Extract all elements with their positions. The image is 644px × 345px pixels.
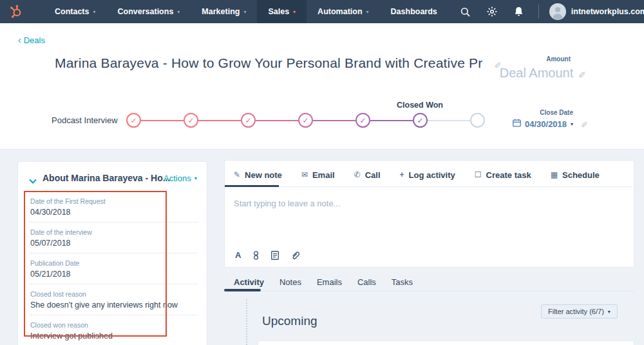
settings-gear-icon[interactable] (487, 6, 497, 17)
stage-connector-line (370, 120, 413, 121)
top-navigation: Contacts ▾ Conversations ▾ Marketing ▾ S… (0, 0, 644, 23)
deal-property-row: Date of the First Request 04/30/2018 (30, 192, 198, 222)
stage-checkmark-icon[interactable]: ✓ (355, 113, 370, 128)
edit-amount-pencil-icon[interactable]: ✎ (578, 69, 586, 79)
property-value: 05/21/2018 (30, 270, 198, 279)
activity-tab[interactable]: Activity (234, 277, 264, 287)
edit-close-date-pencil-icon[interactable]: ✎ (581, 119, 588, 129)
actions-dropdown-button[interactable]: Actions ▾ (164, 173, 197, 183)
chevron-down-icon: ▾ (293, 9, 296, 15)
nav-item[interactable]: Sales ▾ (257, 0, 307, 23)
amount-label: Amount (470, 55, 571, 63)
breadcrumb-back-to-deals[interactable]: ‹Deals (18, 35, 45, 45)
timeline-dotted-line (246, 299, 247, 345)
composer-tab-icon: + (400, 170, 404, 179)
insert-document-icon[interactable] (271, 251, 279, 260)
nav-item[interactable]: Contacts ▾ (44, 0, 107, 23)
property-value: 05/07/2018 (30, 239, 198, 248)
calendar-icon (513, 118, 521, 130)
nav-item[interactable]: Dashboards (380, 0, 452, 23)
chevron-down-icon: ▾ (194, 175, 197, 181)
deal-pipeline-stages: ✓ ✓ ✓ ✓ ✓ ✓ (126, 113, 485, 128)
activity-tab[interactable]: Emails (317, 277, 342, 287)
nav-divider (538, 5, 539, 19)
composer-tab[interactable]: ▦ Schedule (551, 170, 600, 180)
chevron-down-icon: ▾ (177, 9, 180, 15)
composer-tab-label: Schedule (562, 170, 600, 180)
stage-checkmark-icon[interactable]: ✓ (241, 113, 256, 128)
pipeline-stage[interactable]: ✓ (141, 113, 198, 128)
close-date-value[interactable]: 04/30/2018 (525, 119, 567, 129)
composer-tab-label: Create task (486, 170, 531, 180)
composer-toolbar: A (235, 250, 300, 260)
chevron-down-icon: ▾ (243, 9, 246, 15)
close-date-label: Close Date (502, 109, 573, 116)
close-date-control: 04/30/2018 ▾ ✎ (513, 118, 588, 130)
chevron-down-icon: ▾ (608, 309, 611, 315)
notifications-bell-icon[interactable] (514, 6, 524, 17)
property-value: 04/30/2018 (30, 208, 198, 217)
format-text-icon[interactable]: A (235, 250, 241, 260)
pipeline-stage[interactable]: ✓ (313, 113, 370, 128)
activity-tab[interactable]: Calls (357, 277, 376, 287)
stage-connector-line (428, 120, 470, 121)
property-value: Interview got published (30, 331, 198, 340)
collapse-chevron-icon[interactable] (29, 175, 37, 186)
activity-tab[interactable]: Tasks (392, 277, 413, 287)
pipeline-stage[interactable] (428, 113, 485, 128)
activity-active-underline (224, 289, 261, 291)
attach-file-paperclip-icon[interactable] (291, 251, 300, 260)
composer-tab-label: Log activity (409, 170, 455, 180)
stage-connector-line (313, 120, 355, 121)
breadcrumb-label: Deals (24, 35, 45, 45)
stage-connector-line (141, 120, 184, 121)
portal-name: intnetworkplus.com (571, 7, 644, 16)
pipeline-won-stage-label: Closed Won (384, 101, 455, 110)
nav-item[interactable]: Conversations ▾ (107, 0, 191, 23)
chevron-down-icon[interactable]: ▾ (571, 121, 573, 127)
nav-right-cluster: intnetworkplus.com ▾ (452, 3, 644, 20)
about-card-title: About Marina Barayeva - Ho... (43, 173, 170, 183)
portal-menu[interactable]: intnetworkplus.com ▾ (571, 7, 644, 16)
active-tab-underline (225, 185, 279, 187)
filter-activity-button[interactable]: Filter activity (6/7) ▾ (541, 304, 618, 319)
stage-checkmark-icon[interactable]: ✓ (413, 113, 428, 128)
composer-tab[interactable]: ✎ New note (234, 170, 282, 180)
activity-tab-divider (224, 291, 634, 291)
pipeline-stage[interactable]: ✓ (126, 113, 141, 128)
nav-menu: Contacts ▾ Conversations ▾ Marketing ▾ S… (44, 0, 452, 23)
stage-checkmark-icon[interactable]: ✓ (126, 113, 141, 128)
property-label: Publication Date (30, 259, 198, 267)
composer-tab-label: Email (312, 170, 335, 180)
composer-tab[interactable]: ✆ Call (354, 170, 381, 180)
deal-property-row: Closed lost reason She doesn't give any … (30, 284, 198, 315)
pipeline-stage[interactable]: ✓ (370, 113, 428, 128)
pipeline-current-stage-label: Podcast Interview (52, 115, 120, 125)
stage-checkmark-icon[interactable] (470, 113, 485, 128)
nav-item[interactable]: Marketing ▾ (191, 0, 257, 23)
property-value: She doesn't give any interviews right no… (30, 301, 198, 310)
composer-tab[interactable]: ✉ Email (301, 170, 335, 180)
user-avatar[interactable] (549, 3, 566, 20)
hubspot-logo-icon[interactable] (9, 5, 23, 19)
pipeline-stage[interactable]: ✓ (256, 113, 313, 128)
insert-snippet-icon[interactable] (253, 251, 259, 260)
activity-tab[interactable]: Notes (279, 277, 301, 287)
search-icon[interactable] (460, 7, 470, 17)
stage-checkmark-icon[interactable]: ✓ (298, 113, 313, 128)
composer-tab-icon: ✆ (354, 170, 361, 179)
deal-amount: Deal Amount✎ (451, 66, 586, 81)
property-label: Date of the interview (30, 228, 198, 236)
deal-properties-list: Date of the First Request 04/30/2018 Dat… (30, 192, 198, 345)
pipeline-stage[interactable]: ✓ (198, 113, 256, 128)
composer-tab[interactable]: ☐ Create task (475, 170, 531, 180)
note-input[interactable]: Start typing to leave a note... (234, 199, 620, 244)
composer-tab-icon: ☐ (475, 170, 482, 179)
property-label: Closed won reason (30, 321, 198, 329)
deal-header (0, 23, 644, 150)
stage-checkmark-icon[interactable]: ✓ (184, 113, 198, 128)
composer-tab[interactable]: + Log activity (400, 170, 455, 180)
nav-item[interactable]: Automation ▾ (307, 0, 379, 23)
composer-tab-icon: ✎ (234, 170, 240, 179)
composer-tab-icon: ▦ (551, 170, 558, 179)
